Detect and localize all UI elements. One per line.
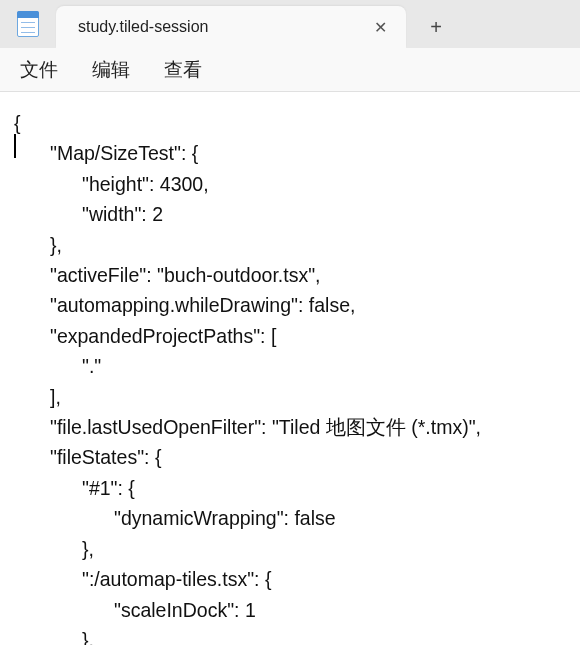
titlebar: study.tiled-session ✕ + [0,0,580,48]
code-line: }, [50,234,62,256]
code-line: "fileStates": { [50,446,161,468]
code-line: "automapping.whileDrawing": false, [50,294,355,316]
code-line: ], [50,386,61,408]
code-line: "Map/SizeTest": { [50,142,198,164]
close-icon[interactable]: ✕ [370,17,390,37]
code-line: "scaleInDock": 1 [114,599,256,621]
tab-active[interactable]: study.tiled-session ✕ [56,6,406,48]
menubar: 文件 编辑 查看 [0,48,580,92]
editor-area[interactable]: { "Map/SizeTest": { "height": 4300, "wid… [0,92,580,645]
document-text: { "Map/SizeTest": { "height": 4300, "wid… [14,108,570,645]
code-line: "expandedProjectPaths": [ [50,325,276,347]
menu-edit[interactable]: 编辑 [86,53,136,87]
new-tab-button[interactable]: + [406,6,466,48]
tab-title: study.tiled-session [78,18,370,36]
text-cursor [14,134,16,158]
code-line: }, [82,538,94,560]
code-line: "activeFile": "buch-outdoor.tsx", [50,264,320,286]
code-line: "." [82,355,101,377]
app-icon-slot [0,0,56,48]
code-line: }, [82,629,94,645]
plus-icon: + [430,16,442,39]
code-line: { [14,112,21,134]
menu-view[interactable]: 查看 [158,53,208,87]
code-line: "#1": { [82,477,135,499]
code-line: "file.lastUsedOpenFilter": "Tiled 地图文件 (… [50,416,481,438]
code-line: "width": 2 [82,203,163,225]
menu-file[interactable]: 文件 [14,53,64,87]
code-line: ":/automap-tiles.tsx": { [82,568,271,590]
code-line: "dynamicWrapping": false [114,507,336,529]
notepad-icon [17,11,39,37]
code-line: "height": 4300, [82,173,209,195]
